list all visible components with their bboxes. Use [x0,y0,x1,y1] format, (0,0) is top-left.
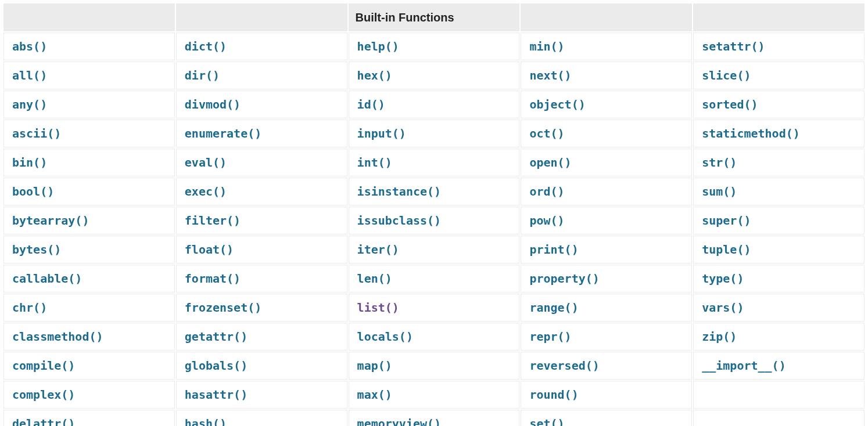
table-cell: int() [349,149,520,176]
builtin-link-slice[interactable]: slice() [702,68,751,82]
builtin-link-eval[interactable]: eval() [185,156,227,169]
builtin-link-compile[interactable]: compile() [12,359,75,373]
builtin-link-next[interactable]: next() [529,68,571,82]
builtin-link-iter[interactable]: iter() [357,243,399,257]
builtin-link-filter[interactable]: filter() [185,214,241,228]
table-cell: isinstance() [349,178,520,205]
builtin-link-min[interactable]: min() [529,39,564,53]
builtin-link-classmethod[interactable]: classmethod() [12,330,103,344]
builtin-link-input[interactable]: input() [357,127,406,140]
builtin-link-import[interactable]: __import__() [702,359,786,373]
builtin-link-bytes[interactable]: bytes() [12,243,61,257]
builtin-link-zip[interactable]: zip() [702,330,737,344]
builtin-link-set[interactable]: set() [529,417,564,426]
builtin-link-max[interactable]: max() [357,388,392,402]
table-row: ascii()enumerate()input()oct()staticmeth… [3,120,865,147]
builtin-link-print[interactable]: print() [529,243,578,257]
table-row: bool()exec()isinstance()ord()sum() [3,178,865,205]
table-cell: pow() [521,207,692,234]
table-cell: round() [521,381,692,409]
builtin-link-abs[interactable]: abs() [12,39,47,53]
builtin-link-exec[interactable]: exec() [185,185,227,198]
builtin-link-super[interactable]: super() [702,214,751,228]
builtin-link-locals[interactable]: locals() [357,330,413,344]
table-cell: tuple() [693,236,865,263]
table-row: bin()eval()int()open()str() [3,149,865,176]
table-row: complex()hasattr()max()round() [3,381,865,409]
builtin-link-getattr[interactable]: getattr() [185,330,248,344]
builtin-link-complex[interactable]: complex() [12,388,75,402]
builtin-link-help[interactable]: help() [357,39,399,53]
header-col-5 [693,3,865,31]
builtin-link-open[interactable]: open() [529,156,571,169]
table-cell: sum() [693,178,865,205]
builtin-link-sum[interactable]: sum() [702,185,737,198]
builtin-link-float[interactable]: float() [185,243,234,257]
builtin-link-bytearray[interactable]: bytearray() [12,214,89,228]
table-cell: super() [693,207,865,234]
header-col-1 [3,3,175,31]
builtin-link-int[interactable]: int() [357,156,392,169]
header-row: Built-in Functions [3,3,865,31]
builtin-link-hex[interactable]: hex() [357,68,392,82]
builtin-link-setattr[interactable]: setattr() [702,39,765,53]
table-row: all()dir()hex()next()slice() [3,62,865,89]
builtin-link-bool[interactable]: bool() [12,185,54,198]
builtin-link-enumerate[interactable]: enumerate() [185,127,261,140]
builtin-link-any[interactable]: any() [12,98,47,111]
builtin-link-issubclass[interactable]: issubclass() [357,214,442,228]
builtin-link-round[interactable]: round() [529,388,578,402]
table-cell: frozenset() [176,294,347,322]
table-cell: min() [521,33,692,60]
builtin-link-hasattr[interactable]: hasattr() [185,388,248,402]
header-col-4 [521,3,692,31]
builtin-link-bin[interactable]: bin() [12,156,47,169]
builtin-link-chr[interactable]: chr() [12,301,47,315]
table-cell: input() [349,120,520,147]
table-cell: __import__() [693,352,865,380]
builtin-link-repr[interactable]: repr() [529,330,571,344]
builtin-link-dir[interactable]: dir() [185,68,220,82]
table-cell: abs() [3,33,175,60]
table-row: callable()format()len()property()type() [3,265,865,293]
table-cell: oct() [521,120,692,147]
builtin-link-len[interactable]: len() [357,272,392,286]
builtin-link-staticmethod[interactable]: staticmethod() [702,127,800,140]
builtin-link-ord[interactable]: ord() [529,185,564,198]
table-cell: bytes() [3,236,175,263]
builtin-link-dict[interactable]: dict() [185,39,227,53]
table-cell: bool() [3,178,175,205]
builtin-link-globals[interactable]: globals() [185,359,248,373]
builtin-link-format[interactable]: format() [185,272,241,286]
builtin-link-reversed[interactable]: reversed() [529,359,599,373]
builtin-link-object[interactable]: object() [529,98,585,111]
table-cell: complex() [3,381,175,409]
builtin-link-tuple[interactable]: tuple() [702,243,751,257]
table-cell: print() [521,236,692,263]
builtin-link-map[interactable]: map() [357,359,392,373]
builtin-link-list[interactable]: list() [357,301,399,315]
table-cell: dict() [176,33,347,60]
table-cell: set() [521,410,692,426]
builtin-link-all[interactable]: all() [12,68,47,82]
builtin-link-memoryview[interactable]: memoryview() [357,417,442,426]
builtin-link-type[interactable]: type() [702,272,744,286]
builtin-link-range[interactable]: range() [529,301,578,315]
builtin-link-delattr[interactable]: delattr() [12,417,75,426]
builtin-link-callable[interactable]: callable() [12,272,82,286]
builtin-link-isinstance[interactable]: isinstance() [357,185,442,198]
table-cell: max() [349,381,520,409]
builtin-link-id[interactable]: id() [357,98,385,111]
builtin-link-property[interactable]: property() [529,272,599,286]
builtin-link-sorted[interactable]: sorted() [702,98,758,111]
table-cell: divmod() [176,91,347,118]
builtin-link-divmod[interactable]: divmod() [185,98,241,111]
builtin-link-str[interactable]: str() [702,156,737,169]
builtin-link-frozenset[interactable]: frozenset() [185,301,261,315]
builtin-link-pow[interactable]: pow() [529,214,564,228]
table-cell: list() [349,294,520,322]
builtin-link-hash[interactable]: hash() [185,417,227,426]
builtin-link-vars[interactable]: vars() [702,301,744,315]
builtin-link-oct[interactable]: oct() [529,127,564,140]
builtin-link-ascii[interactable]: ascii() [12,127,61,140]
